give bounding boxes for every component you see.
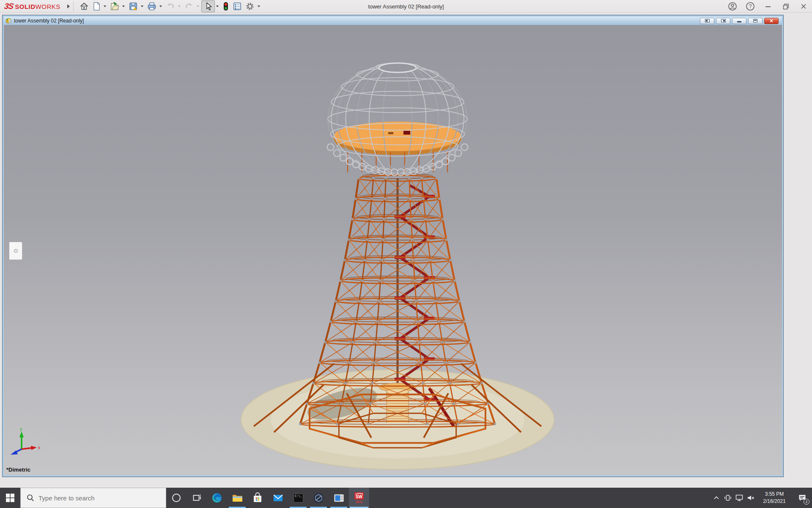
tray-volume-button[interactable] [745, 488, 756, 508]
tray-network-button[interactable] [733, 488, 745, 508]
svg-text:?: ? [749, 3, 752, 9]
solidworks-logo: 3S SOLID WORKS [0, 2, 65, 11]
taskbar-app-store[interactable] [247, 488, 268, 508]
account-icon [728, 2, 737, 11]
collapse-knob-icon [14, 249, 18, 253]
chevron-up-icon [713, 496, 719, 500]
cortana-icon [171, 493, 181, 503]
undo-icon [165, 1, 176, 11]
start-button[interactable] [0, 488, 20, 508]
print-button[interactable] [145, 0, 158, 12]
logo-word-bold: SOLID [15, 3, 35, 10]
options-list-button[interactable] [231, 0, 244, 12]
doc-minimize-icon [737, 21, 741, 22]
taskbar-app-hexagon[interactable] [308, 488, 329, 508]
search-icon [27, 494, 34, 502]
logo-mark: 3S [3, 2, 14, 11]
microsoft-store-icon [252, 492, 263, 503]
doc-restore-button[interactable] [748, 18, 763, 24]
file-explorer-icon [232, 492, 243, 504]
media-app-icon [333, 492, 345, 504]
doc-restore-icon [753, 19, 757, 22]
taskbar-app-file-explorer[interactable] [227, 488, 247, 508]
select-tool-button[interactable] [201, 0, 215, 12]
mail-icon [272, 492, 284, 504]
document-titlebar[interactable]: tower Assembly 02 [Read-only] ✕ [4, 17, 782, 25]
document-window: tower Assembly 02 [Read-only] ✕ xy *Dim [3, 15, 783, 477]
undo-dropdown[interactable] [178, 6, 181, 7]
task-view-icon [192, 493, 202, 503]
open-button[interactable] [108, 0, 121, 12]
windows-taskbar: C:\_ SW 2021 [0, 488, 812, 508]
app-titlebar: 3S SOLID WORKS [0, 0, 812, 13]
doc-close-icon: ✕ [769, 18, 773, 24]
select-cursor-icon [203, 1, 213, 11]
new-document-dropdown[interactable] [104, 6, 106, 7]
redo-dropdown[interactable] [197, 6, 199, 7]
save-dropdown[interactable] [141, 6, 143, 7]
taskbar-search[interactable] [20, 488, 166, 508]
action-center-button[interactable]: 2 [793, 488, 812, 508]
restore-button[interactable] [780, 0, 792, 12]
redo-icon [184, 1, 194, 11]
search-input[interactable] [38, 494, 148, 502]
taskbar-app-solidworks[interactable]: SW 2021 [349, 488, 369, 508]
traffic-light-icon [222, 1, 230, 12]
logo-flyout-arrow-icon[interactable] [67, 4, 70, 8]
svg-text:x: x [38, 445, 40, 450]
toolbar-separator [73, 1, 74, 12]
save-button[interactable] [127, 0, 140, 12]
new-document-button[interactable] [91, 0, 102, 12]
feature-tree-collapse-tab[interactable] [9, 242, 22, 260]
close-button[interactable] [798, 0, 809, 12]
open-dropdown[interactable] [122, 6, 125, 7]
edge-icon [211, 492, 222, 503]
pane-left-icon [705, 19, 710, 22]
svg-text:SW: SW [356, 494, 363, 499]
tray-expand-button[interactable] [710, 488, 722, 508]
taskbar-app-mail[interactable] [268, 488, 288, 508]
taskbar-clock[interactable]: 3:55 PM 2/16/2021 [756, 491, 793, 505]
graphics-viewport[interactable]: xy *Dimetric [4, 25, 782, 475]
select-tool-dropdown[interactable] [216, 6, 219, 7]
hexagon-app-icon [313, 492, 324, 504]
undo-button[interactable] [164, 0, 177, 12]
taskbar-app-edge[interactable] [207, 488, 227, 508]
doc-minimize-button[interactable] [732, 18, 746, 24]
windows-logo-icon [5, 493, 15, 502]
orientation-triad: xy [7, 426, 54, 473]
doc-close-button[interactable]: ✕ [764, 18, 779, 24]
home-icon [79, 1, 89, 11]
logo-word-light: WORKS [36, 3, 60, 10]
connect-device-icon [724, 494, 732, 502]
help-button[interactable]: ? [744, 0, 756, 12]
minimize-button[interactable] [762, 0, 774, 12]
print-dropdown[interactable] [159, 6, 162, 7]
settings-dropdown[interactable] [258, 6, 260, 7]
view-orientation-label: *Dimetric [6, 467, 30, 473]
settings-button[interactable] [244, 0, 256, 12]
redo-button[interactable] [183, 0, 195, 12]
open-icon [110, 1, 120, 11]
cortana-button[interactable] [166, 488, 187, 508]
home-button[interactable] [78, 0, 91, 12]
system-tray: 3:55 PM 2/16/2021 2 [710, 488, 812, 508]
new-document-icon [92, 1, 101, 11]
taskbar-app-command-prompt[interactable]: C:\_ [288, 488, 308, 508]
task-view-button[interactable] [187, 488, 207, 508]
doc-pane-right-button[interactable] [716, 18, 730, 24]
account-button[interactable] [727, 0, 738, 12]
taskbar-app-media[interactable] [329, 488, 349, 508]
volume-muted-icon [746, 494, 755, 502]
svg-text:2021: 2021 [356, 500, 363, 504]
tray-connect-button[interactable] [722, 488, 733, 508]
doc-pane-left-button[interactable] [700, 18, 714, 24]
solidworks-2021-icon: SW 2021 [353, 491, 365, 504]
gear-icon [245, 1, 255, 11]
interference-light-button[interactable] [221, 0, 231, 12]
svg-text:y: y [20, 427, 22, 431]
svg-text:C:\_: C:\_ [295, 494, 302, 498]
tower-assembly-3d-model[interactable] [4, 25, 782, 475]
clock-time: 3:55 PM [756, 491, 793, 498]
notification-badge: 2 [804, 499, 809, 505]
